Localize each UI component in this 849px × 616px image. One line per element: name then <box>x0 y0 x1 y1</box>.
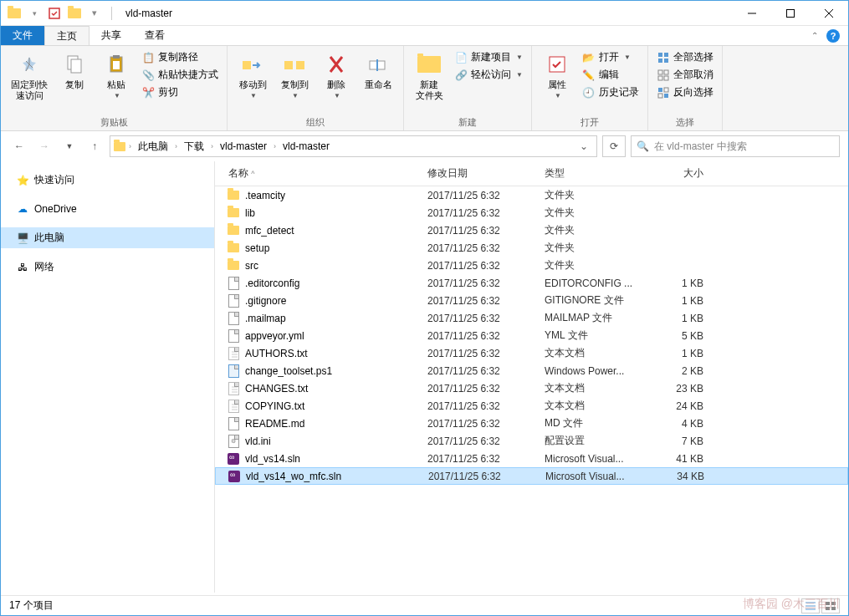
file-type: Microsoft Visual... <box>545 453 645 465</box>
col-name[interactable]: 名称 ^ <box>215 166 427 181</box>
copy-to-button[interactable]: 复制到▼ <box>276 49 313 101</box>
maximize-button[interactable] <box>771 1 810 26</box>
qat-folder-icon[interactable] <box>68 7 81 20</box>
recent-dropdown[interactable]: ▼ <box>59 136 79 156</box>
file-row[interactable]: .gitignore2017/11/25 6:32GITIGNORE 文件1 K… <box>215 292 848 309</box>
crumb-1[interactable]: 下载 <box>181 140 207 154</box>
file-row[interactable]: COPYING.txt2017/11/25 6:32文本文档24 KB <box>215 397 848 415</box>
close-button[interactable] <box>810 1 848 26</box>
file-row[interactable]: .teamcity2017/11/25 6:32文件夹 <box>215 186 848 204</box>
file-date: 2017/11/25 6:32 <box>427 207 545 219</box>
paste-shortcut-button[interactable]: 📎粘贴快捷方式 <box>140 67 220 83</box>
file-row[interactable]: setup2017/11/25 6:32文件夹 <box>215 239 848 257</box>
select-all-button[interactable]: 全部选择 <box>655 49 715 65</box>
select-all-icon <box>657 51 670 64</box>
rename-button[interactable]: 重命名 <box>360 49 396 92</box>
select-group-label: 选择 <box>655 115 715 129</box>
col-type[interactable]: 类型 <box>545 166 645 181</box>
chevron-right-icon[interactable]: › <box>127 142 133 150</box>
new-folder-button[interactable]: 新建 文件夹 <box>411 49 448 103</box>
tab-share[interactable]: 共享 <box>90 26 133 45</box>
file-row[interactable]: .editorconfig2017/11/25 6:32EDITORCONFIG… <box>215 274 848 292</box>
copy-path-button[interactable]: 📋复制路径 <box>140 49 220 65</box>
file-list: .teamcity2017/11/25 6:32文件夹lib2017/11/25… <box>215 186 848 593</box>
new-item-button[interactable]: 📄新建项目▼ <box>453 49 524 65</box>
file-row[interactable]: CHANGES.txt2017/11/25 6:32文本文档23 KB <box>215 379 848 397</box>
details-view-button[interactable] <box>801 598 820 613</box>
file-name: README.md <box>245 418 427 430</box>
file-row[interactable]: ⚙vld.ini2017/11/25 6:32配置设置7 KB <box>215 432 848 450</box>
nav-network[interactable]: 🖧网络 <box>1 257 214 277</box>
svg-rect-6 <box>71 59 81 73</box>
properties-icon[interactable] <box>48 7 61 20</box>
file-name: CHANGES.txt <box>245 383 427 395</box>
refresh-button[interactable]: ⟳ <box>602 135 626 157</box>
search-input[interactable]: 🔍 在 vld-master 中搜索 <box>631 135 840 157</box>
back-button[interactable]: ← <box>9 136 29 156</box>
invert-icon <box>657 86 670 99</box>
crumb-0[interactable]: 此电脑 <box>135 140 171 154</box>
help-icon[interactable]: ? <box>826 29 840 43</box>
file-type: 配置设置 <box>545 434 645 448</box>
file-icon: ⚙ <box>227 435 240 448</box>
qat-more-icon[interactable]: ▾ <box>88 7 101 20</box>
file-row[interactable]: appveyor.yml2017/11/25 6:32YML 文件5 KB <box>215 327 848 344</box>
paste-button[interactable]: 粘贴▼ <box>98 49 135 101</box>
history-button[interactable]: 🕘历史记录 <box>580 84 641 100</box>
crumb-3[interactable]: vld-master <box>279 140 333 152</box>
forward-button[interactable]: → <box>34 136 54 156</box>
delete-icon <box>323 51 350 78</box>
nav-quick-access[interactable]: ⭐快速访问 <box>1 170 214 191</box>
address-dropdown-icon[interactable]: ⌄ <box>575 140 593 152</box>
new-group-label: 新建 <box>411 115 524 129</box>
easy-access-button[interactable]: 🔗轻松访问▼ <box>453 67 524 83</box>
open-button[interactable]: 📂打开▼ <box>580 49 641 65</box>
tab-file[interactable]: 文件 <box>1 26 44 45</box>
chevron-right-icon[interactable]: › <box>272 142 278 150</box>
nav-onedrive[interactable]: ☁OneDrive <box>1 199 214 219</box>
file-row[interactable]: vld_vs14_wo_mfc.sln2017/11/25 6:32Micros… <box>215 467 848 485</box>
file-date: 2017/11/25 6:32 <box>428 471 545 482</box>
file-row[interactable]: src2017/11/25 6:32文件夹 <box>215 257 848 274</box>
breadcrumb[interactable]: › 此电脑 › 下载 › vld-master › vld-master ⌄ <box>110 135 597 157</box>
pin-button[interactable]: 固定到快 速访问 <box>8 49 51 103</box>
file-row[interactable]: vld_vs14.sln2017/11/25 6:32Microsoft Vis… <box>215 450 848 467</box>
up-button[interactable]: ↑ <box>84 136 105 156</box>
cut-button[interactable]: ✂️剪切 <box>140 84 220 100</box>
col-date[interactable]: 修改日期 <box>427 166 545 181</box>
file-size: 23 KB <box>645 383 720 395</box>
copy-button[interactable]: 复制 <box>56 49 93 92</box>
delete-button[interactable]: 删除▼ <box>318 49 355 101</box>
col-size[interactable]: 大小 <box>645 166 720 181</box>
move-to-button[interactable]: 移动到▼ <box>234 49 271 101</box>
edit-button[interactable]: ✏️编辑 <box>580 67 641 83</box>
qat-down-icon[interactable]: ▾ <box>28 7 41 20</box>
file-name: .teamcity <box>245 190 427 201</box>
properties-button[interactable]: 属性▼ <box>539 49 575 101</box>
file-row[interactable]: change_toolset.ps12017/11/25 6:32Windows… <box>215 362 848 379</box>
file-size: 1 KB <box>645 348 720 359</box>
tab-view[interactable]: 查看 <box>133 26 176 45</box>
collapse-ribbon-icon[interactable]: ⌃ <box>811 31 818 40</box>
select-none-icon <box>657 69 670 82</box>
file-type: 文件夹 <box>545 223 645 237</box>
nav-this-pc[interactable]: 🖥️此电脑 <box>1 227 214 248</box>
network-icon: 🖧 <box>16 261 29 274</box>
file-row[interactable]: lib2017/11/25 6:32文件夹 <box>215 204 848 221</box>
minimize-button[interactable] <box>733 1 771 26</box>
select-none-button[interactable]: 全部取消 <box>655 67 715 83</box>
crumb-2[interactable]: vld-master <box>217 140 270 152</box>
icons-view-button[interactable] <box>821 598 840 613</box>
invert-button[interactable]: 反向选择 <box>655 84 715 100</box>
tab-home[interactable]: 主页 <box>44 26 90 45</box>
file-row[interactable]: AUTHORS.txt2017/11/25 6:32文本文档1 KB <box>215 344 848 362</box>
file-row[interactable]: .mailmap2017/11/25 6:32MAILMAP 文件1 KB <box>215 309 848 327</box>
file-date: 2017/11/25 6:32 <box>427 383 545 395</box>
chevron-right-icon[interactable]: › <box>173 142 179 150</box>
column-headers: 名称 ^ 修改日期 类型 大小 <box>215 161 848 186</box>
file-row[interactable]: mfc_detect2017/11/25 6:32文件夹 <box>215 221 848 239</box>
new-folder-icon <box>416 51 442 78</box>
file-date: 2017/11/25 6:32 <box>427 365 545 377</box>
chevron-right-icon[interactable]: › <box>209 142 215 150</box>
file-row[interactable]: README.md2017/11/25 6:32MD 文件4 KB <box>215 415 848 432</box>
